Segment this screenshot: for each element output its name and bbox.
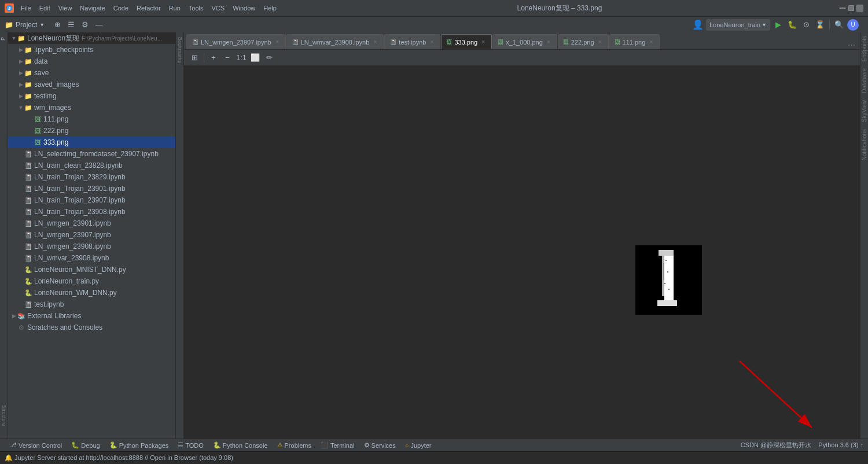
- close-button[interactable]: [856, 5, 863, 12]
- menu-navigate[interactable]: Navigate: [76, 3, 108, 13]
- tree-root-item[interactable]: ▼ 📁 LoneNeuron复现 F:\PycharmProjects\Lone…: [8, 32, 175, 44]
- grid-toggle-button[interactable]: ⊞: [189, 52, 200, 64]
- menu-refactor[interactable]: Refactor: [133, 3, 164, 13]
- menu-window[interactable]: Window: [229, 3, 259, 13]
- locate-file-button[interactable]: ⊕: [52, 19, 63, 31]
- bookmarks-label[interactable]: Bookmarks: [177, 32, 183, 68]
- project-sidebar-icon[interactable]: P: [0, 35, 8, 43]
- tab-close-button[interactable]: ×: [648, 39, 654, 46]
- arrow-annotation: [184, 66, 860, 439]
- tab-ln-wmvar-23908[interactable]: 📓 LN_wmvar_23908.ipynb ×: [286, 34, 384, 49]
- structure-label[interactable]: Structure: [1, 400, 7, 431]
- tab-111-png[interactable]: 🖼 111.png ×: [609, 34, 660, 49]
- canvas-area[interactable]: [184, 66, 860, 439]
- tree-item[interactable]: ▼ 📁 wm_images: [8, 102, 175, 113]
- tree-item[interactable]: ▶ 📁 data: [8, 56, 175, 67]
- tree-item[interactable]: ▶ 📓 LN_train_Trojan_23908.ipynb: [8, 206, 175, 218]
- tree-item[interactable]: ▶ 📁 .ipynb_checkpoints: [8, 44, 175, 56]
- tabs-more-button[interactable]: ⋯: [845, 40, 858, 49]
- database-label[interactable]: Database: [861, 65, 867, 97]
- services-button[interactable]: ⚙ Services: [359, 439, 400, 451]
- tree-item[interactable]: ▶ 📓 LN_train_clean_23828.ipynb: [8, 160, 175, 171]
- restore-button[interactable]: [848, 5, 854, 11]
- tree-item[interactable]: ▶ 🖼 111.png: [8, 113, 175, 125]
- tab-222-png[interactable]: 🖼 222.png ×: [558, 34, 609, 49]
- png-image-container: [635, 245, 702, 315]
- python-packages-button[interactable]: 🐍 Python Packages: [105, 439, 174, 451]
- menu-edit[interactable]: Edit: [36, 3, 54, 13]
- csdn-label: CSDN @静深松里热开水: [741, 441, 811, 448]
- tree-item[interactable]: ▶ 📁 testimg: [8, 90, 175, 102]
- skyview-label[interactable]: SkyView: [861, 97, 867, 126]
- version-control-button[interactable]: ⎇ Version Control: [5, 439, 67, 451]
- color-picker-button[interactable]: ✏: [263, 52, 275, 64]
- run-button[interactable]: ▶: [773, 19, 784, 31]
- tree-item[interactable]: ▶ 📚 External Libraries: [8, 310, 175, 322]
- endpoints-label[interactable]: Endpoints: [861, 32, 867, 65]
- collapse-all-button[interactable]: ☰: [65, 19, 77, 31]
- root-path: F:\PycharmProjects\LoneNeu...: [82, 35, 162, 42]
- run-config-dropdown[interactable]: LoneNeuron_train ▼: [706, 19, 770, 31]
- tab-close-button[interactable]: ×: [597, 39, 604, 46]
- debug-run-button[interactable]: 🐛: [786, 19, 798, 31]
- user-avatar[interactable]: U: [847, 19, 859, 31]
- debug-icon: 🐛: [71, 441, 79, 449]
- terminal-button[interactable]: ⬛ Terminal: [316, 439, 359, 451]
- tab-label: LN_wmgen_23907.ipynb: [201, 39, 271, 46]
- tree-item[interactable]: ▶ 🐍 LoneNeuron_WM_DNN.py: [8, 287, 175, 299]
- profile-run-button[interactable]: ⌛: [814, 19, 826, 31]
- notifications-label[interactable]: Notifications: [861, 126, 867, 164]
- tree-item[interactable]: ▶ 📓 LN_wmgen_23901.ipynb: [8, 218, 175, 229]
- menu-vcs[interactable]: VCS: [208, 3, 229, 13]
- tree-item[interactable]: ▶ 🖼 222.png: [8, 125, 175, 137]
- settings-button[interactable]: ⚙: [79, 19, 91, 31]
- menu-code[interactable]: Code: [110, 3, 132, 13]
- actual-size-button[interactable]: 1:1: [236, 52, 247, 64]
- search-button[interactable]: 🔍: [833, 19, 845, 31]
- debug-button[interactable]: 🐛 Debug: [67, 439, 104, 451]
- menu-file[interactable]: File: [17, 3, 35, 13]
- tree-item[interactable]: ▶ 📓 test.ipynb: [8, 299, 175, 310]
- problems-button[interactable]: ⚠ Problems: [273, 439, 316, 451]
- tree-item[interactable]: ▶ 📓 LN_train_Trojan_23829.ipynb: [8, 171, 175, 183]
- tab-333-png[interactable]: 🖼 333.png ×: [441, 34, 492, 49]
- tab-ln-wmgen-23907[interactable]: 📓 LN_wmgen_23907.ipynb ×: [186, 34, 286, 49]
- python-console-button[interactable]: 🐍 Python Console: [208, 439, 273, 451]
- tree-item[interactable]: ▶ 📁 save: [8, 67, 175, 79]
- item-arrow: ▼: [17, 104, 24, 111]
- tab-x1000-png[interactable]: 🖼 x_1_000.png ×: [492, 34, 557, 49]
- tab-test[interactable]: 📓 test.ipynb ×: [384, 34, 440, 49]
- fit-button[interactable]: ⬜: [249, 52, 261, 64]
- tab-close-button[interactable]: ×: [545, 39, 552, 46]
- tab-close-button[interactable]: ×: [480, 39, 487, 46]
- tree-item[interactable]: ▶ 📓 LN_selectimg_fromdataset_23907.ipynb: [8, 148, 175, 160]
- tree-item[interactable]: ▶ 📓 LN_wmgen_23908.ipynb: [8, 241, 175, 252]
- python-packages-icon: 🐍: [109, 441, 117, 449]
- tree-item-selected[interactable]: ▶ 🖼 333.png: [8, 137, 175, 148]
- tab-close-button[interactable]: ×: [372, 39, 378, 46]
- minimize-button[interactable]: [839, 8, 846, 9]
- tab-close-button[interactable]: ×: [274, 39, 281, 46]
- hide-panel-button[interactable]: —: [93, 19, 105, 31]
- jupyter-button[interactable]: ○ Jupyter: [400, 439, 436, 451]
- tree-item[interactable]: ▶ 📁 saved_images: [8, 79, 175, 90]
- tree-item[interactable]: ▶ ⚙ Scratches and Consoles: [8, 322, 175, 333]
- zoom-out-button[interactable]: −: [222, 52, 233, 64]
- todo-button[interactable]: ☰ TODO: [173, 439, 208, 451]
- tree-item[interactable]: ▶ 📓 LN_train_Trojan_23907.ipynb: [8, 194, 175, 206]
- menu-view[interactable]: View: [55, 3, 76, 13]
- profile-button[interactable]: 👤: [692, 19, 704, 31]
- problems-icon: ⚠: [277, 441, 283, 449]
- tree-item[interactable]: ▶ 📓 LN_wmvar_23908.ipynb: [8, 252, 175, 264]
- tab-close-button[interactable]: ×: [428, 39, 435, 46]
- coverage-button[interactable]: ⊙: [800, 19, 812, 31]
- project-name-label[interactable]: Project: [16, 21, 37, 29]
- tree-item[interactable]: ▶ 🐍 LoneNeuron_train.py: [8, 275, 175, 287]
- menu-run[interactable]: Run: [165, 3, 184, 13]
- menu-tools[interactable]: Tools: [185, 3, 207, 13]
- tree-item[interactable]: ▶ 🐍 LoneNeuron_MNIST_DNN.py: [8, 264, 175, 275]
- tree-item[interactable]: ▶ 📓 LN_train_Trojan_23901.ipynb: [8, 183, 175, 194]
- zoom-in-button[interactable]: +: [208, 52, 219, 64]
- tree-item[interactable]: ▶ 📓 LN_wmgen_23907.ipynb: [8, 229, 175, 241]
- menu-help[interactable]: Help: [260, 3, 280, 13]
